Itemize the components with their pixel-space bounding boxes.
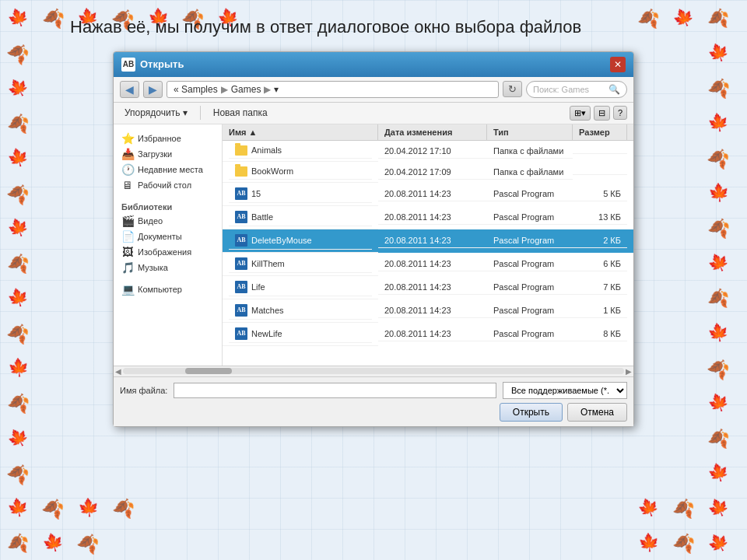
- table-row[interactable]: AB NewLife 20.08.2011 14:23 Pascal Progr…: [223, 323, 633, 346]
- star-icon: ⭐: [121, 132, 134, 145]
- file-size: 6 КБ: [573, 257, 627, 271]
- scroll-right-arrow[interactable]: ▶: [626, 367, 632, 376]
- sidebar-item-desktop[interactable]: 🖥 Рабочий стол: [117, 177, 218, 193]
- toolbar: Упорядочить ▾ Новая папка ⊞▾ ⊟ ?: [114, 103, 633, 124]
- search-placeholder: Поиск: Games: [533, 85, 589, 94]
- file-name-cell: Animals: [223, 141, 378, 162]
- path-part-samples: « Samples: [174, 84, 218, 95]
- table-row[interactable]: AB 15 20.08.2011 14:23 Pascal Program 5 …: [223, 183, 633, 206]
- column-type[interactable]: Тип: [487, 124, 573, 140]
- sidebar-item-favorites[interactable]: ⭐ Избранное: [117, 131, 218, 146]
- file-name: DeleteByMouse: [251, 236, 312, 245]
- file-type: Папка с файлами: [487, 144, 573, 159]
- file-date: 20.08.2011 14:23: [378, 233, 487, 248]
- folder-icon: [235, 145, 247, 156]
- file-type: Pascal Program: [487, 327, 573, 341]
- file-date: 20.04.2012 17:10: [378, 144, 487, 159]
- scrollbar-track[interactable]: [123, 368, 624, 374]
- refresh-button[interactable]: ↻: [503, 81, 522, 97]
- back-button[interactable]: ◀: [120, 81, 139, 98]
- file-date: 20.08.2011 14:23: [378, 303, 487, 318]
- file-type: Pascal Program: [487, 210, 573, 225]
- toolbar-right-area: ⊞▾ ⊟ ?: [570, 106, 627, 121]
- sidebar-item-recent[interactable]: 🕐 Недавние места: [117, 162, 218, 177]
- column-size[interactable]: Размер: [573, 124, 627, 140]
- file-name: Animals: [251, 145, 282, 155]
- scrollbar-thumb[interactable]: [185, 368, 232, 374]
- file-area: Имя ▲ Дата изменения Тип Размер Animals …: [223, 124, 633, 366]
- video-icon: 🎬: [121, 215, 134, 227]
- file-size: 2 КБ: [573, 233, 627, 248]
- main-area: ⭐ Избранное 📥 Загрузки 🕐 Недавние места …: [114, 124, 633, 366]
- table-row[interactable]: Animals 20.04.2012 17:10 Папка с файлами: [223, 141, 633, 162]
- images-icon: 🖼: [121, 246, 134, 258]
- new-folder-button[interactable]: Новая папка: [209, 106, 272, 120]
- file-name-cell: AB KillThem: [223, 253, 378, 276]
- sidebar-item-images[interactable]: 🖼 Изображения: [117, 244, 218, 260]
- sidebar-computer-label: Компьютер: [138, 285, 182, 294]
- sidebar-item-computer[interactable]: 💻 Компьютер: [117, 282, 218, 297]
- libraries-section: Библиотеки 🎬 Видео 📄 Документы 🖼 Изображ…: [117, 199, 218, 275]
- forward-button[interactable]: ▶: [143, 81, 163, 98]
- open-button[interactable]: Открыть: [500, 403, 563, 422]
- organize-button[interactable]: Упорядочить ▾: [120, 106, 192, 120]
- file-size: 8 КБ: [573, 327, 627, 341]
- table-row[interactable]: AB Matches 20.08.2011 14:23 Pascal Progr…: [223, 299, 633, 323]
- desktop-icon: 🖥: [121, 179, 134, 191]
- table-row[interactable]: AB DeleteByMouse 20.08.2011 14:23 Pascal…: [223, 229, 633, 253]
- path-part-games: Games: [231, 84, 261, 95]
- file-open-dialog: AB Открыть ✕ ◀ ▶ « Samples ▶ Games ▶ ▾ ↻…: [113, 51, 634, 427]
- sidebar-item-video[interactable]: 🎬 Видео: [117, 213, 218, 229]
- filetype-select[interactable]: Все поддерживаемые (*.pas;*.: [503, 382, 627, 399]
- cancel-button[interactable]: Отмена: [567, 403, 627, 422]
- pascal-icon: AB: [235, 211, 247, 223]
- file-list-header: Имя ▲ Дата изменения Тип Размер: [223, 124, 633, 141]
- recent-icon: 🕐: [121, 163, 134, 176]
- computer-section: 💻 Компьютер: [117, 282, 218, 297]
- file-name-cell: AB 15: [223, 183, 378, 206]
- sidebar-images-label: Изображения: [138, 247, 191, 257]
- sidebar-item-music[interactable]: 🎵 Музыка: [117, 260, 218, 275]
- search-icon: 🔍: [608, 84, 620, 95]
- sidebar-item-documents[interactable]: 📄 Документы: [117, 229, 218, 244]
- table-row[interactable]: AB KillThem 20.08.2011 14:23 Pascal Prog…: [223, 253, 633, 276]
- column-name[interactable]: Имя ▲: [223, 124, 378, 140]
- sidebar-item-downloads[interactable]: 📥 Загрузки: [117, 146, 218, 162]
- file-type: Pascal Program: [487, 233, 573, 248]
- path-dropdown-icon: ▶: [264, 84, 271, 95]
- file-date: 20.08.2011 14:23: [378, 257, 487, 271]
- scroll-left-arrow[interactable]: ◀: [115, 367, 121, 376]
- address-path[interactable]: « Samples ▶ Games ▶ ▾: [167, 81, 499, 98]
- file-rows-container: Animals 20.04.2012 17:10 Папка с файлами…: [223, 141, 633, 346]
- bottom-bar: Имя файла: Все поддерживаемые (*.pas;*. …: [114, 376, 633, 426]
- file-name-cell: BookWorm: [223, 162, 378, 183]
- file-name-cell: AB Matches: [223, 299, 378, 323]
- file-date: 20.08.2011 14:23: [378, 187, 487, 201]
- dialog-titlebar: AB Открыть ✕: [114, 52, 633, 77]
- folder-icon: [235, 166, 247, 177]
- computer-icon: 💻: [121, 283, 134, 296]
- table-row[interactable]: AB Battle 20.08.2011 14:23 Pascal Progra…: [223, 206, 633, 229]
- view-details-button[interactable]: ⊟: [594, 106, 610, 121]
- file-name: Battle: [251, 212, 273, 222]
- pascal-icon: AB: [235, 187, 247, 200]
- horizontal-scrollbar[interactable]: ◀ ▶: [114, 366, 633, 376]
- search-box[interactable]: Поиск: Games 🔍: [526, 81, 627, 98]
- pascal-icon: AB: [235, 281, 247, 293]
- view-toggle-button[interactable]: ⊞▾: [570, 106, 591, 121]
- file-type: Pascal Program: [487, 257, 573, 271]
- filename-input[interactable]: [174, 383, 496, 398]
- sidebar-desktop-label: Рабочий стол: [138, 180, 191, 190]
- column-date[interactable]: Дата изменения: [378, 124, 487, 140]
- table-row[interactable]: AB Life 20.08.2011 14:23 Pascal Program …: [223, 276, 633, 299]
- dialog-close-button[interactable]: ✕: [610, 57, 626, 72]
- table-row[interactable]: BookWorm 20.04.2012 17:09 Папка с файлам…: [223, 162, 633, 183]
- documents-icon: 📄: [121, 230, 134, 243]
- help-button[interactable]: ?: [613, 106, 627, 120]
- file-size: 7 КБ: [573, 280, 627, 295]
- file-date: 20.08.2011 14:23: [378, 210, 487, 225]
- file-name-cell: AB Battle: [223, 206, 378, 229]
- main-content: Нажав её, мы получим в ответ диалоговое …: [0, 0, 747, 443]
- sidebar-video-label: Видео: [138, 216, 163, 226]
- toolbar-separator: [200, 106, 201, 120]
